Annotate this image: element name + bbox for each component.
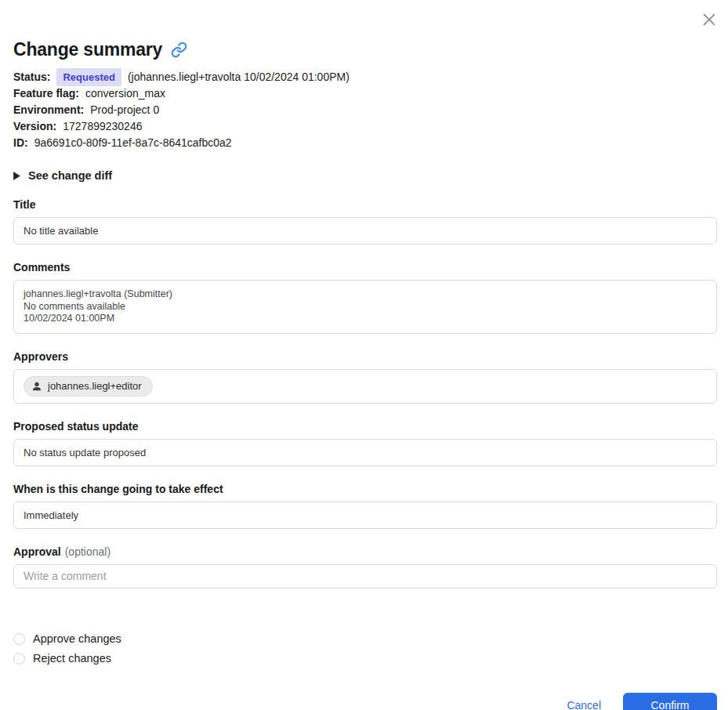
title-value-box: No title available (13, 217, 717, 245)
proposed-status-label: Proposed status update (13, 420, 717, 433)
comment-submitter: johannes.liegl+travolta (Submitter) (24, 288, 707, 301)
person-icon (31, 381, 42, 392)
feature-flag-value: conversion_max (85, 85, 165, 102)
reject-changes-radio[interactable]: Reject changes (13, 649, 717, 668)
comments-section-label: Comments (13, 261, 717, 273)
dialog-footer: Cancel Confirm (13, 693, 717, 710)
title-section-label: Title (13, 198, 717, 211)
status-label: Status: (13, 69, 50, 85)
page-title: Change summary (13, 39, 717, 60)
environment-value: Prod-project 0 (90, 102, 159, 118)
feature-flag-label: Feature flag: (13, 85, 79, 102)
cancel-button[interactable]: Cancel (551, 693, 617, 710)
reject-changes-label: Reject changes (33, 652, 111, 665)
radio-unchecked-icon (13, 653, 25, 665)
version-row: Version: 1727899230246 (13, 118, 717, 135)
approval-comment-input[interactable] (13, 564, 717, 589)
version-value: 1727899230246 (63, 118, 142, 135)
approver-chip-label: johannes.liegl+editor (48, 380, 142, 392)
environment-row: Environment: Prod-project 0 (13, 102, 717, 118)
feature-flag-row: Feature flag: conversion_max (13, 85, 717, 102)
effect-timing-section: When is this change going to take effect… (13, 483, 717, 529)
status-row: Status: Requested (johannes.liegl+travol… (13, 69, 717, 85)
approve-changes-label: Approve changes (33, 632, 121, 645)
id-label: ID: (13, 135, 28, 151)
approvers-section: Approvers johannes.liegl+editor (13, 350, 717, 404)
comment-timestamp: 10/02/2024 01:00PM (24, 313, 707, 325)
proposed-status-section: Proposed status update No status update … (13, 420, 717, 466)
approval-optional-hint: (optional) (65, 545, 110, 558)
approver-chip[interactable]: johannes.liegl+editor (24, 376, 153, 397)
comment-body: No comments available (24, 301, 707, 313)
close-icon (701, 11, 718, 28)
copy-link-icon[interactable] (171, 42, 187, 58)
id-value: 9a6691c0-80f9-11ef-8a7c-8641cafbc0a2 (34, 135, 232, 151)
approvers-section-label: Approvers (13, 350, 717, 363)
see-change-diff-toggle[interactable]: See change diff (13, 169, 112, 182)
version-label: Version: (13, 118, 56, 135)
confirm-button[interactable]: Confirm (623, 693, 717, 710)
effect-timing-value: Immediately (24, 509, 78, 521)
approve-changes-radio[interactable]: Approve changes (13, 629, 717, 649)
dialog-title-text: Change summary (13, 39, 162, 60)
comments-section: Comments johannes.liegl+travolta (Submit… (13, 261, 717, 334)
decision-radio-group: Approve changes Reject changes (13, 629, 717, 668)
environment-label: Environment: (13, 102, 84, 118)
radio-unchecked-icon (13, 633, 25, 645)
id-row: ID: 9a6691c0-80f9-11ef-8a7c-8641cafbc0a2 (13, 135, 717, 151)
effect-timing-box: Immediately (13, 502, 717, 529)
chevron-right-icon (13, 172, 20, 180)
close-button[interactable] (699, 9, 719, 30)
proposed-status-value: No status update proposed (24, 447, 146, 458)
comments-box: johannes.liegl+travolta (Submitter) No c… (13, 280, 717, 334)
approval-section: Approval (optional) (13, 545, 717, 589)
see-change-diff-label: See change diff (28, 169, 112, 182)
metadata-list: Status: Requested (johannes.liegl+travol… (13, 69, 717, 151)
status-badge: Requested (56, 68, 121, 86)
approval-label-text: Approval (13, 545, 61, 558)
effect-timing-label: When is this change going to take effect (13, 483, 717, 495)
proposed-status-box: No status update proposed (13, 439, 717, 466)
approval-label: Approval (optional) (13, 545, 717, 558)
title-value: No title available (24, 225, 98, 237)
change-summary-dialog: Change summary Status: Requested (johann… (0, 0, 728, 710)
title-section: Title No title available (13, 198, 717, 245)
approvers-box: johannes.liegl+editor (13, 369, 717, 404)
status-detail: (johannes.liegl+travolta 10/02/2024 01:0… (128, 69, 350, 85)
